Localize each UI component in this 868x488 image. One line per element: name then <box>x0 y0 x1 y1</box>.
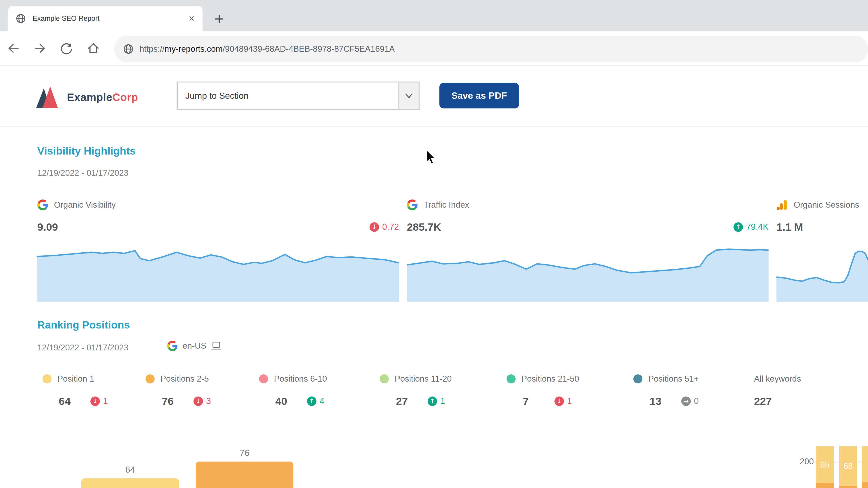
change-arrow-icon: ↑ <box>307 396 316 406</box>
back-arrow-icon <box>7 42 20 55</box>
tab-strip: Example SEO Report ✕ <box>0 0 868 31</box>
legend-item: Positions 51+ 13 → 0 <box>633 372 699 408</box>
legend-item: Position 1 64 ↓ 1 <box>42 372 108 408</box>
metric-value: 285.7K <box>407 221 441 233</box>
google-icon <box>407 199 418 210</box>
back-button[interactable] <box>0 42 27 55</box>
legend-dot <box>633 375 643 383</box>
organic-visibility-area-chart <box>37 247 399 302</box>
change-arrow-icon: ↓ <box>193 396 203 406</box>
visibility-highlights-title: Visibility Highlights <box>37 144 135 157</box>
desktop-device-icon <box>211 341 221 350</box>
forward-arrow-icon <box>33 42 46 55</box>
metric-label: Organic Visibility <box>54 200 116 210</box>
locale-label: en-US <box>183 341 206 351</box>
logo-text: ExampleCorp <box>67 91 138 103</box>
stacked-bar[interactable]: 65 <box>816 446 834 488</box>
legend-label: Positions 51+ <box>648 374 699 384</box>
down-arrow-icon: ↓ <box>370 222 379 232</box>
metric-card-traffic-index: Traffic Index 285.7K ↑ 79.4K <box>407 198 769 302</box>
legend-value: 40 <box>275 395 300 408</box>
metric-label: Organic Sessions <box>794 200 859 210</box>
mountain-logo-icon <box>36 87 61 108</box>
forward-button[interactable] <box>27 42 53 55</box>
stacked-bar-bottom-segment <box>839 486 857 488</box>
metric-value: 9.09 <box>37 221 58 233</box>
bar-position-1[interactable] <box>81 478 179 488</box>
legend-label: Position 1 <box>57 374 94 384</box>
legend-label: Positions 11-20 <box>395 374 452 384</box>
legend-change: ↓ 1 <box>555 396 572 406</box>
metric-change: ↓ 0.72 <box>370 222 399 232</box>
metric-card-organic-visibility: Organic Visibility 9.09 ↓ 0.72 <box>37 198 399 302</box>
legend-item: Positions 21-50 7 ↓ 1 <box>506 372 579 408</box>
legend-change: ↓ 3 <box>193 396 211 406</box>
legend-dot <box>259 375 268 383</box>
legend-value: 27 <box>396 395 421 408</box>
new-tab-button[interactable] <box>212 12 226 26</box>
stacked-bar[interactable]: 6 <box>862 446 868 488</box>
ranking-date-range: 12/19/2022 - 01/17/2023 <box>37 343 128 352</box>
legend-change: → 0 <box>681 396 699 406</box>
home-icon <box>87 42 100 55</box>
stacked-bar-bottom-segment <box>862 482 868 488</box>
examplecorp-logo: ExampleCorp <box>36 86 138 108</box>
legend-value: 13 <box>650 395 675 408</box>
stacked-bar-top-segment: 68 <box>839 446 857 486</box>
legend-label: Positions 6-10 <box>274 374 327 384</box>
stacked-bar[interactable]: 68 <box>839 446 857 488</box>
legend-item: Positions 6-10 40 ↑ 4 <box>259 372 327 408</box>
y-axis-tick-200: 200 <box>778 457 814 466</box>
legend-dot <box>506 375 516 383</box>
stacked-bar-top-segment: 65 <box>816 446 834 483</box>
change-arrow-icon: ↓ <box>555 396 564 406</box>
legend-label: All keywords <box>754 374 801 384</box>
legend-change: ↑ 4 <box>307 396 324 406</box>
legend-value: 7 <box>523 395 548 408</box>
ranking-positions-title: Ranking Positions <box>37 319 130 331</box>
bar-positions-2-5[interactable] <box>196 462 293 488</box>
jump-to-section-dropdown[interactable]: Jump to Section <box>177 82 420 109</box>
save-as-pdf-button[interactable]: Save as PDF <box>439 83 519 108</box>
legend-label: Positions 2-5 <box>160 374 209 384</box>
reload-button[interactable] <box>53 42 80 55</box>
tab-close-icon[interactable]: ✕ <box>188 14 195 23</box>
metric-change: ↑ 79.4K <box>734 222 769 232</box>
header-divider <box>0 126 868 127</box>
traffic-index-area-chart <box>407 247 769 302</box>
url-bar[interactable]: https://my-reports.com/90489439-68AD-4BE… <box>114 36 868 62</box>
organic-sessions-area-chart <box>776 247 868 302</box>
change-arrow-icon: → <box>681 396 691 406</box>
legend-dot <box>146 375 155 383</box>
legend-value: 76 <box>162 395 187 408</box>
home-button[interactable] <box>80 42 107 55</box>
jump-to-section-value: Jump to Section <box>178 83 398 109</box>
legend-item: Positions 11-20 27 ↑ 1 <box>380 372 452 408</box>
google-icon <box>167 341 178 351</box>
dropdown-chevron[interactable] <box>398 83 419 109</box>
reload-icon <box>60 42 73 55</box>
chevron-down-icon <box>405 93 413 98</box>
legend-value: 64 <box>59 395 84 408</box>
globe-favicon-icon <box>16 13 26 24</box>
globe-icon <box>123 44 133 54</box>
legend-value: 227 <box>754 395 772 408</box>
legend-label: Positions 21-50 <box>522 374 579 384</box>
mouse-cursor <box>426 149 437 166</box>
stacked-bar-bottom-segment <box>816 483 834 488</box>
tab-title: Example SEO Report <box>33 14 184 23</box>
stacked-bar-top-segment: 6 <box>862 446 868 482</box>
ranking-meta: en-US <box>167 341 221 351</box>
metric-value: 1.1 M <box>776 221 803 233</box>
change-arrow-icon: ↓ <box>90 396 100 406</box>
browser-tab[interactable]: Example SEO Report ✕ <box>8 6 203 31</box>
up-arrow-icon: ↑ <box>734 222 743 232</box>
legend-change: ↑ 1 <box>428 396 445 406</box>
browser-window: Example SEO Report ✕ <box>0 0 868 488</box>
legend-dot <box>42 375 52 383</box>
metric-card-organic-sessions: Organic Sessions 1.1 M <box>776 198 868 302</box>
google-icon <box>37 199 48 210</box>
metric-label: Traffic Index <box>424 200 469 210</box>
change-arrow-icon: ↑ <box>428 396 437 406</box>
legend-change: ↓ 1 <box>90 396 108 406</box>
